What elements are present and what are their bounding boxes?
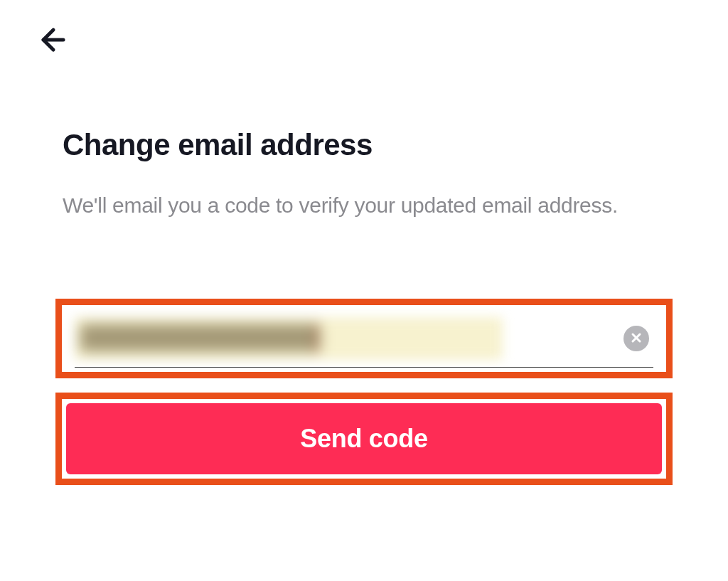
page-subtitle: We'll email you a code to verify your up… bbox=[63, 189, 665, 221]
content-area: Change email address We'll email you a c… bbox=[63, 128, 665, 221]
text-cursor bbox=[314, 326, 316, 351]
close-icon bbox=[630, 331, 643, 346]
clear-input-button[interactable] bbox=[623, 326, 649, 351]
send-code-label: Send code bbox=[300, 424, 427, 454]
email-input-row bbox=[75, 314, 653, 363]
page-title: Change email address bbox=[63, 128, 665, 162]
back-button[interactable] bbox=[34, 23, 70, 58]
email-input[interactable] bbox=[75, 317, 503, 360]
send-button-highlight: Send code bbox=[55, 393, 673, 485]
send-code-button[interactable]: Send code bbox=[66, 403, 662, 474]
email-input-highlight bbox=[55, 299, 673, 378]
arrow-left-icon bbox=[36, 24, 68, 58]
input-underline bbox=[75, 367, 653, 368]
